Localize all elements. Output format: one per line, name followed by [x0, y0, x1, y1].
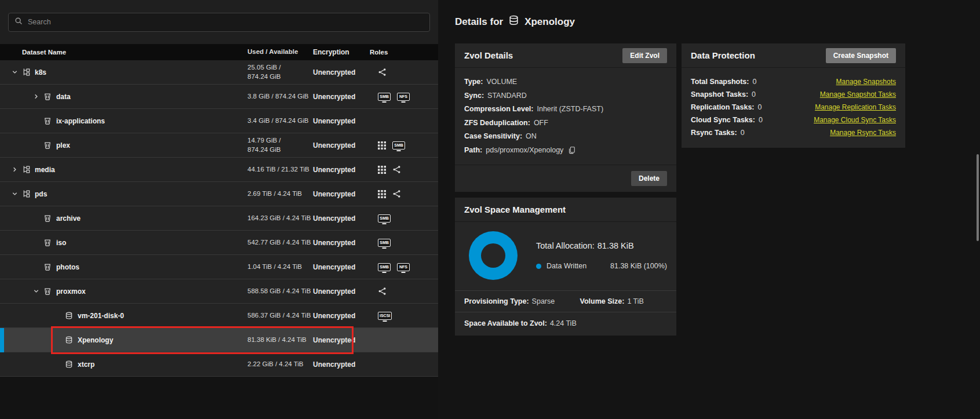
dataset-name-cell: Xpenology — [0, 336, 243, 344]
dataset-name: plex — [56, 141, 70, 150]
field-value: STANDARD — [487, 89, 527, 103]
dataset-name-cell: proxmox — [0, 287, 243, 296]
dataset-icon — [43, 141, 56, 150]
column-header-encryption[interactable]: Encryption — [313, 48, 369, 56]
expand-chevron-icon[interactable] — [28, 93, 43, 100]
column-header-dataset-name[interactable]: Dataset Name — [0, 49, 243, 56]
encryption-status: Unencrypted — [313, 239, 369, 247]
dataset-name: data — [56, 93, 71, 101]
roles-cell: SMB — [369, 141, 438, 150]
dataset-row-archive[interactable]: archive164.23 GiB / 4.24 TiBUnencryptedS… — [0, 206, 438, 231]
apps-icon — [378, 190, 386, 198]
dataset-name: iso — [56, 239, 66, 247]
dataset-row-proxmox[interactable]: proxmox588.58 GiB / 4.24 TiBUnencrypted — [0, 279, 438, 304]
search-box[interactable] — [8, 13, 430, 32]
zvol-details-card: Zvol Details Edit Zvol Type:VOLUMESync:S… — [455, 43, 676, 192]
roles-cell — [369, 287, 438, 296]
encryption-status: Unencrypted — [313, 287, 369, 296]
dataset-name-cell: vm-201-disk-0 — [0, 312, 243, 320]
field-zfs-deduplication: ZFS Deduplication:OFF — [464, 116, 667, 130]
search-input[interactable] — [28, 18, 424, 26]
roles-cell: SMBNFS — [369, 93, 438, 101]
zvol-icon — [65, 312, 78, 320]
protection-row-cloud-sync-tasks: Cloud Sync Tasks:0Manage Cloud Sync Task… — [691, 114, 896, 126]
collapse-chevron-icon[interactable] — [7, 69, 22, 75]
dataset-name-cell: pds — [0, 190, 243, 198]
data-protection-card: Data Protection Create Snapshot Total Sn… — [682, 43, 905, 148]
dataset-name-cell: plex — [0, 141, 243, 150]
dataset-row-plex[interactable]: plex14.79 GiB / 874.24 GiBUnencryptedSMB — [0, 133, 438, 158]
collapse-chevron-icon[interactable] — [28, 288, 43, 294]
details-title: Details for Xpenology — [455, 15, 575, 29]
delete-button[interactable]: Delete — [631, 171, 667, 186]
dataset-name: k8s — [35, 68, 46, 76]
dataset-row-ix-applications[interactable]: ix-applications3.4 GiB / 874.24 GiBUnenc… — [0, 109, 438, 133]
used-available: 2.22 GiB / 4.24 TiB — [243, 360, 313, 369]
dataset-icon — [43, 263, 56, 271]
zvol-icon — [65, 360, 78, 369]
dataset-tree: k8s25.05 GiB / 874.24 GiBUnencrypteddata… — [0, 60, 438, 377]
total-allocation-label: Total Allocation: — [536, 241, 595, 250]
allocation-section: Total Allocation:81.38 KiB Data Written … — [455, 222, 676, 290]
dataset-row-pds[interactable]: pds2.69 TiB / 4.24 TiBUnencrypted — [0, 182, 438, 206]
dataset-row-photos[interactable]: photos1.04 TiB / 4.24 TiBUnencryptedSMBN… — [0, 255, 438, 279]
manage-cloud-sync-tasks-link[interactable]: Manage Cloud Sync Tasks — [814, 114, 896, 126]
roles-cell: SMB — [369, 239, 438, 247]
dataset-row-media[interactable]: media44.16 TiB / 21.32 TiBUnencrypted — [0, 158, 438, 182]
dataset-name-cell: xtcrp — [0, 360, 243, 369]
dataset-row-xtcrp[interactable]: xtcrp2.22 GiB / 4.24 TiBUnencrypted — [0, 352, 438, 377]
provisioning-type-value: Sparse — [532, 297, 555, 305]
volume-size-value: 1 TiB — [627, 297, 644, 305]
dataset-icon — [43, 287, 56, 296]
datasets-page: Dataset Name Used / Available Encryption… — [0, 0, 980, 419]
dataset-row-vm-201-disk-0[interactable]: vm-201-disk-0586.37 GiB / 4.24 TiBUnencr… — [0, 304, 438, 328]
dataset-row-k8s[interactable]: k8s25.05 GiB / 874.24 GiBUnencrypted — [0, 60, 438, 85]
data-written-legend: Data Written 81.38 KiB (100%) — [536, 262, 667, 270]
create-snapshot-button[interactable]: Create Snapshot — [826, 48, 896, 63]
share-icon — [392, 190, 401, 198]
allocation-donut-chart — [469, 231, 518, 280]
used-available: 81.38 KiB / 4.24 TiB — [243, 336, 313, 345]
protection-row-rsync-tasks: Rsync Tasks:0Manage Rsync Tasks — [691, 126, 896, 139]
field-label: Compression Level: — [464, 103, 533, 116]
dataset-name: ix-applications — [56, 117, 105, 125]
dataset-name: photos — [56, 263, 79, 271]
encryption-status: Unencrypted — [313, 360, 369, 369]
volume-size-label: Volume Size: — [580, 297, 625, 305]
dataset-name-cell: media — [0, 165, 243, 174]
column-header-roles[interactable]: Roles — [369, 49, 438, 56]
collapse-chevron-icon[interactable] — [7, 191, 22, 197]
dataset-row-data[interactable]: data3.8 GiB / 874.24 GiBUnencryptedSMBNF… — [0, 85, 438, 109]
space-available-label: Space Available to Zvol: — [464, 319, 547, 327]
space-management-title: Zvol Space Management — [464, 205, 566, 214]
volume-size: Volume Size:1 TiB — [580, 297, 644, 305]
manage-snapshots-link[interactable]: Manage Snapshots — [836, 75, 896, 88]
search-bar — [0, 0, 438, 44]
scrollbar-thumb[interactable] — [977, 154, 979, 241]
expand-chevron-icon[interactable] — [7, 166, 22, 173]
dataset-name: archive — [56, 214, 81, 223]
dataset-name: vm-201-disk-0 — [78, 312, 124, 320]
data-protection-body: Total Snapshots:0Manage SnapshotsSnapsho… — [682, 68, 905, 148]
details-title-prefix: Details for — [455, 16, 503, 28]
protection-label: Cloud Sync Tasks: — [691, 114, 755, 126]
column-header-used-available[interactable]: Used / Available — [243, 48, 313, 57]
roles-cell: SMBNFS — [369, 263, 438, 271]
manage-rsync-tasks-link[interactable]: Manage Rsync Tasks — [830, 126, 896, 139]
field-case-sensitivity: Case Sensitivity:ON — [464, 130, 667, 144]
dataset-row-iso[interactable]: iso542.77 GiB / 4.24 TiBUnencryptedSMB — [0, 231, 438, 255]
selected-row-indicator — [0, 328, 4, 352]
details-dataset-name: Xpenology — [524, 16, 575, 28]
share-icon — [378, 287, 387, 296]
dataset-row-xpenology[interactable]: Xpenology81.38 KiB / 4.24 TiBUnencrypted — [0, 328, 438, 352]
dataset-icon — [43, 116, 56, 125]
edit-zvol-button[interactable]: Edit Zvol — [622, 48, 667, 63]
manage-replication-tasks-link[interactable]: Manage Replication Tasks — [815, 101, 896, 114]
data-protection-header: Data Protection Create Snapshot — [682, 43, 905, 68]
iscsi-share-badge: iSCSI — [378, 312, 392, 320]
copy-path-icon[interactable] — [568, 146, 575, 154]
space-available-value: 4.24 TiB — [550, 319, 577, 327]
protection-row-replication-tasks: Replication Tasks:0Manage Replication Ta… — [691, 101, 896, 114]
manage-snapshot-tasks-link[interactable]: Manage Snapshot Tasks — [820, 88, 896, 101]
dataset-name-cell: photos — [0, 263, 243, 271]
